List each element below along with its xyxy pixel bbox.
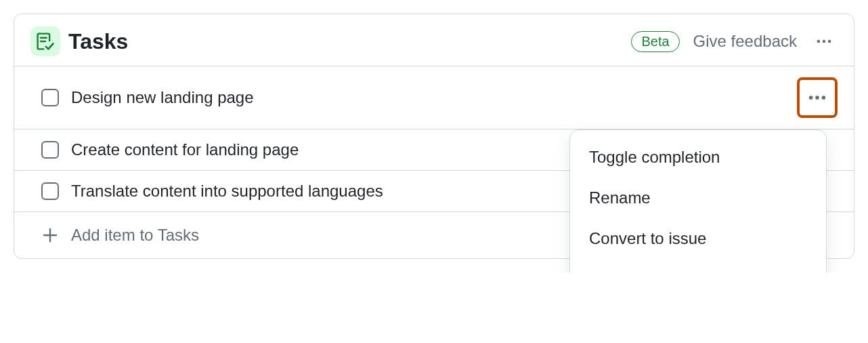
svg-point-3 [809, 96, 813, 100]
menu-remove[interactable]: Remove [570, 259, 826, 273]
row-menu-highlight [797, 77, 838, 118]
plus-icon [41, 226, 59, 244]
task-row[interactable]: Design new landing page [14, 66, 854, 129]
task-checkbox[interactable] [41, 89, 59, 106]
task-title: Design new landing page [71, 88, 785, 107]
task-menu-button[interactable] [801, 81, 833, 114]
svg-point-4 [815, 96, 819, 100]
menu-convert-to-issue[interactable]: Convert to issue [570, 218, 826, 259]
tasks-panel: Tasks Beta Give feedback Design new land… [14, 14, 854, 259]
panel-title-wrap: Tasks [30, 26, 631, 56]
add-item-label: Add item to Tasks [71, 226, 199, 245]
task-checkbox[interactable] [41, 182, 59, 200]
tasks-icon [30, 26, 60, 56]
task-context-menu: Toggle completion Rename Convert to issu… [569, 129, 827, 273]
header-actions: Beta Give feedback [631, 28, 838, 55]
menu-rename[interactable]: Rename [570, 178, 826, 218]
svg-point-1 [823, 40, 826, 43]
svg-point-5 [822, 96, 826, 100]
beta-badge: Beta [631, 31, 679, 52]
menu-toggle-completion[interactable]: Toggle completion [570, 137, 826, 178]
give-feedback-link[interactable]: Give feedback [693, 32, 797, 51]
panel-header: Tasks Beta Give feedback [14, 14, 854, 66]
panel-title: Tasks [68, 29, 128, 54]
task-checkbox[interactable] [41, 141, 59, 159]
svg-point-0 [817, 40, 821, 43]
svg-point-2 [828, 40, 831, 43]
panel-menu-button[interactable] [810, 28, 838, 55]
